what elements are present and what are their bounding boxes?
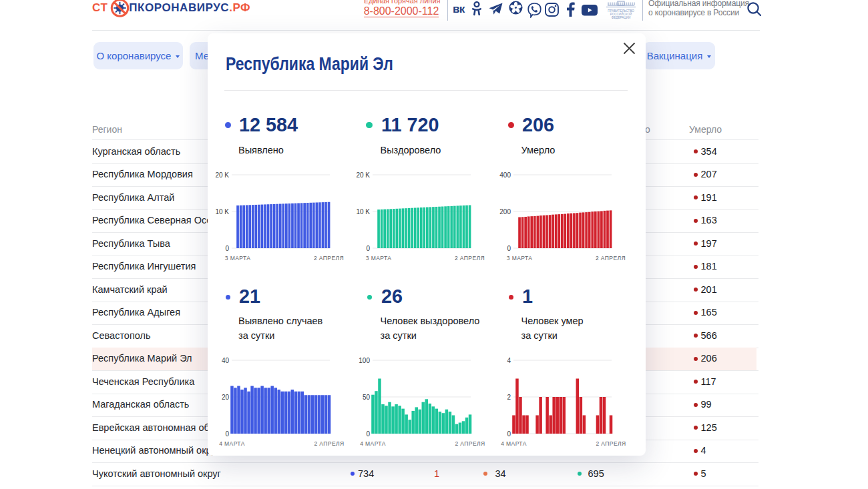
svg-text:200: 200 bbox=[499, 208, 511, 215]
svg-text:4 МАРТА: 4 МАРТА bbox=[501, 440, 527, 447]
svg-text:4: 4 bbox=[507, 357, 511, 364]
svg-text:20 K: 20 K bbox=[215, 171, 229, 179]
svg-text:10 K: 10 K bbox=[356, 208, 370, 215]
svg-text:3 МАРТА: 3 МАРТА bbox=[507, 255, 533, 262]
svg-text:20: 20 bbox=[222, 394, 230, 401]
svg-text:ФЕДЕРАЦИИ: ФЕДЕРАЦИИ bbox=[612, 16, 631, 19]
svg-text:50: 50 bbox=[363, 394, 371, 401]
svg-text:РОССИЙСКОЙ: РОССИЙСКОЙ bbox=[610, 11, 632, 16]
svg-text:100: 100 bbox=[359, 357, 370, 364]
svg-text:4 МАРТА: 4 МАРТА bbox=[219, 440, 245, 447]
svg-text:0: 0 bbox=[507, 245, 511, 252]
svg-text:2 АПРЕЛЯ: 2 АПРЕЛЯ bbox=[455, 440, 485, 447]
svg-text:2: 2 bbox=[507, 394, 511, 401]
svg-text:2 АПРЕЛЯ: 2 АПРЕЛЯ bbox=[596, 255, 626, 262]
svg-text:400: 400 bbox=[499, 171, 511, 179]
svg-text:0: 0 bbox=[507, 430, 511, 438]
svg-text:20 K: 20 K bbox=[356, 171, 370, 179]
svg-text:0: 0 bbox=[366, 430, 370, 438]
svg-text:2 АПРЕЛЯ: 2 АПРЕЛЯ bbox=[314, 440, 344, 447]
svg-text:2 АПРЕЛЯ: 2 АПРЕЛЯ bbox=[455, 255, 485, 262]
svg-text:2 АПРЕЛЯ: 2 АПРЕЛЯ bbox=[314, 255, 344, 262]
svg-text:0: 0 bbox=[225, 245, 229, 252]
svg-text:3 МАРТА: 3 МАРТА bbox=[366, 255, 392, 262]
svg-text:10 K: 10 K bbox=[215, 208, 229, 215]
svg-text:40: 40 bbox=[222, 357, 230, 364]
svg-text:0: 0 bbox=[366, 245, 370, 252]
svg-text:0: 0 bbox=[225, 430, 229, 438]
svg-text:4 МАРТА: 4 МАРТА bbox=[360, 440, 386, 447]
svg-text:2 АПРЕЛЯ: 2 АПРЕЛЯ bbox=[596, 440, 626, 447]
svg-text:3 МАРТА: 3 МАРТА bbox=[225, 255, 251, 262]
